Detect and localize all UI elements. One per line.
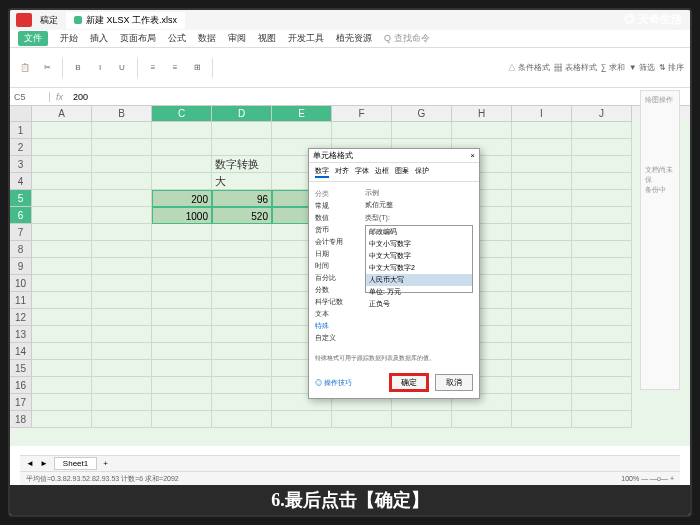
- cell[interactable]: 520: [212, 207, 272, 224]
- select-all[interactable]: [10, 106, 32, 122]
- cell[interactable]: [212, 292, 272, 309]
- cell[interactable]: [512, 377, 572, 394]
- cell[interactable]: [152, 292, 212, 309]
- cell[interactable]: [32, 122, 92, 139]
- cell[interactable]: [512, 309, 572, 326]
- cell[interactable]: [512, 360, 572, 377]
- tips-link[interactable]: ◎ 操作技巧: [315, 378, 352, 388]
- cell[interactable]: [152, 156, 212, 173]
- cell[interactable]: [332, 122, 392, 139]
- cell[interactable]: [92, 173, 152, 190]
- row-header-11[interactable]: 11: [10, 292, 32, 309]
- cell[interactable]: [572, 326, 632, 343]
- cell[interactable]: 1000: [152, 207, 212, 224]
- search-box[interactable]: Q 查找命令: [384, 32, 430, 45]
- type-item[interactable]: 中文大写数字2: [366, 262, 472, 274]
- category-item[interactable]: 货币: [315, 224, 359, 236]
- cell[interactable]: [332, 411, 392, 428]
- home-tab[interactable]: 稿定: [40, 14, 58, 27]
- cell[interactable]: [152, 122, 212, 139]
- type-item[interactable]: 单位: 万元: [366, 286, 472, 298]
- cell[interactable]: [212, 360, 272, 377]
- cell[interactable]: [32, 190, 92, 207]
- row-header-14[interactable]: 14: [10, 343, 32, 360]
- cell[interactable]: [212, 411, 272, 428]
- cell[interactable]: [572, 394, 632, 411]
- filter-btn[interactable]: ▼ 筛选: [629, 62, 655, 73]
- align-left-icon[interactable]: ≡: [144, 59, 162, 77]
- cell[interactable]: [32, 377, 92, 394]
- cell[interactable]: [572, 224, 632, 241]
- cell[interactable]: [92, 190, 152, 207]
- menu-review[interactable]: 审阅: [228, 32, 246, 45]
- cell[interactable]: 数字转换大: [212, 156, 272, 173]
- cell[interactable]: [92, 343, 152, 360]
- cell[interactable]: [572, 292, 632, 309]
- cell[interactable]: [152, 139, 212, 156]
- cell[interactable]: [32, 224, 92, 241]
- paste-icon[interactable]: 📋: [16, 59, 34, 77]
- name-box[interactable]: C5: [10, 92, 50, 102]
- cell[interactable]: [32, 394, 92, 411]
- row-header-18[interactable]: 18: [10, 411, 32, 428]
- type-item[interactable]: 邮政编码: [366, 226, 472, 238]
- cell[interactable]: [212, 326, 272, 343]
- col-header-B[interactable]: B: [92, 106, 152, 122]
- type-list[interactable]: 邮政编码中文小写数字中文大写数字中文大写数字2人民币大写单位: 万元正负号: [365, 225, 473, 293]
- category-item[interactable]: 分数: [315, 284, 359, 296]
- underline-icon[interactable]: U: [113, 59, 131, 77]
- cell[interactable]: [32, 275, 92, 292]
- cell[interactable]: [32, 139, 92, 156]
- bold-icon[interactable]: B: [69, 59, 87, 77]
- menu-insert[interactable]: 插入: [90, 32, 108, 45]
- cell[interactable]: [92, 309, 152, 326]
- category-item[interactable]: 自定义: [315, 332, 359, 344]
- cell[interactable]: [152, 360, 212, 377]
- cell[interactable]: [512, 241, 572, 258]
- cell[interactable]: [152, 411, 212, 428]
- type-item[interactable]: 人民币大写: [366, 274, 472, 286]
- row-header-8[interactable]: 8: [10, 241, 32, 258]
- category-item[interactable]: 常规: [315, 200, 359, 212]
- menu-view[interactable]: 视图: [258, 32, 276, 45]
- cut-icon[interactable]: ✂: [38, 59, 56, 77]
- cell[interactable]: [212, 275, 272, 292]
- cell[interactable]: [572, 275, 632, 292]
- cell[interactable]: [212, 258, 272, 275]
- cell[interactable]: [512, 139, 572, 156]
- cell[interactable]: [392, 411, 452, 428]
- cell[interactable]: [92, 258, 152, 275]
- cell[interactable]: [152, 275, 212, 292]
- cell[interactable]: [512, 173, 572, 190]
- cell[interactable]: [392, 122, 452, 139]
- cell[interactable]: [212, 241, 272, 258]
- row-header-10[interactable]: 10: [10, 275, 32, 292]
- cell[interactable]: [92, 326, 152, 343]
- cell[interactable]: [152, 258, 212, 275]
- cell[interactable]: 96: [212, 190, 272, 207]
- cell[interactable]: [572, 139, 632, 156]
- category-item[interactable]: 会计专用: [315, 236, 359, 248]
- cell[interactable]: [512, 292, 572, 309]
- cell[interactable]: [572, 377, 632, 394]
- cell[interactable]: [272, 122, 332, 139]
- cell[interactable]: [572, 258, 632, 275]
- cell[interactable]: [32, 173, 92, 190]
- cell[interactable]: [572, 122, 632, 139]
- dlg-tab-0[interactable]: 数字: [315, 166, 329, 178]
- table-style[interactable]: ▦ 表格样式: [554, 62, 596, 73]
- col-header-I[interactable]: I: [512, 106, 572, 122]
- fx-icon[interactable]: fx: [50, 92, 69, 102]
- type-item[interactable]: 中文大写数字: [366, 250, 472, 262]
- cell[interactable]: [152, 326, 212, 343]
- col-header-A[interactable]: A: [32, 106, 92, 122]
- cell[interactable]: [452, 122, 512, 139]
- menu-dev[interactable]: 开发工具: [288, 32, 324, 45]
- cell[interactable]: [212, 173, 272, 190]
- cancel-button[interactable]: 取消: [435, 374, 473, 391]
- row-header-7[interactable]: 7: [10, 224, 32, 241]
- dlg-tab-1[interactable]: 对齐: [335, 166, 349, 178]
- cell[interactable]: [572, 156, 632, 173]
- close-icon[interactable]: ×: [470, 149, 475, 162]
- cell[interactable]: [212, 394, 272, 411]
